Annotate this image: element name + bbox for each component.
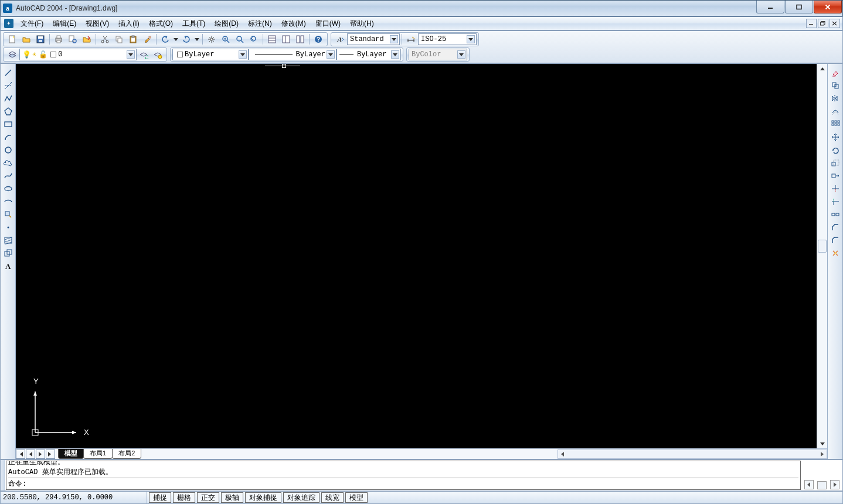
undo-icon[interactable]	[159, 33, 172, 45]
offset-icon[interactable]	[829, 105, 842, 117]
copy-icon[interactable]	[829, 80, 842, 91]
stretch-icon[interactable]	[829, 170, 842, 182]
arc-icon[interactable]	[2, 131, 15, 143]
scroll-up-icon[interactable]	[818, 64, 827, 73]
vertical-scrollbar[interactable]	[817, 64, 827, 448]
point-icon[interactable]	[2, 222, 15, 233]
layout-tab-1[interactable]: 布局1	[83, 449, 113, 459]
region-icon[interactable]	[2, 247, 15, 259]
line-icon[interactable]	[2, 67, 15, 79]
cmd-scroll-right-icon[interactable]	[830, 480, 839, 489]
color-select[interactable]: ByLayer	[172, 49, 249, 60]
rectangle-icon[interactable]	[2, 118, 15, 130]
mdi-close-button[interactable]	[830, 19, 840, 28]
status-toggle-线宽[interactable]: 线宽	[321, 492, 344, 503]
zoom-realtime-icon[interactable]	[219, 33, 232, 45]
ellipse-arc-icon[interactable]	[2, 196, 15, 207]
scroll-right-icon[interactable]	[817, 450, 827, 458]
ellipse-icon[interactable]	[2, 183, 15, 195]
close-button[interactable]	[814, 1, 842, 13]
text-style-icon[interactable]: A	[334, 33, 346, 45]
menu-视图v[interactable]: 视图(V)	[81, 17, 114, 30]
properties-icon[interactable]	[266, 33, 278, 45]
tab-last-icon[interactable]	[46, 449, 55, 459]
dim-style-icon[interactable]	[404, 33, 417, 45]
layer-states-icon[interactable]	[151, 49, 164, 60]
status-toggle-对象捕捉[interactable]: 对象捕捉	[245, 492, 281, 503]
tab-first-icon[interactable]	[16, 449, 25, 459]
linetype-select[interactable]: ByLayer	[249, 49, 336, 60]
xline-icon[interactable]	[2, 80, 15, 91]
mdi-restore-button[interactable]	[818, 19, 828, 28]
scroll-thumb[interactable]	[818, 240, 827, 253]
trim-icon[interactable]	[829, 183, 842, 195]
tab-prev-icon[interactable]	[26, 449, 35, 459]
horizontal-scrollbar[interactable]	[558, 449, 827, 459]
open-icon[interactable]	[20, 33, 33, 45]
redo-dropdown-icon[interactable]	[194, 33, 200, 45]
status-toggle-模型[interactable]: 模型	[345, 492, 368, 503]
publish-icon[interactable]	[80, 33, 93, 45]
cloud-icon[interactable]	[2, 157, 15, 169]
menu-文件f[interactable]: 文件(F)	[16, 17, 48, 30]
menu-格式o[interactable]: 格式(O)	[144, 17, 178, 30]
print-preview-icon[interactable]	[66, 33, 79, 45]
menu-窗口w[interactable]: 窗口(W)	[311, 17, 345, 30]
document-icon[interactable]: ✦	[4, 19, 13, 28]
lineweight-select[interactable]: ByLayer	[336, 49, 401, 60]
rotate-icon[interactable]	[829, 144, 842, 156]
minimize-button[interactable]	[756, 1, 784, 13]
text-icon[interactable]: A	[2, 260, 15, 272]
layer-select[interactable]: 💡 ☀ 🔓 0	[19, 49, 137, 60]
menu-修改m[interactable]: 修改(M)	[277, 17, 311, 30]
match-properties-icon[interactable]	[141, 33, 154, 45]
undo-dropdown-icon[interactable]	[173, 33, 179, 45]
pan-icon[interactable]	[205, 33, 218, 45]
command-window[interactable]: 正在重生成模型。 AutoCAD 菜单实用程序已加载。 命令:	[6, 461, 801, 490]
cmd-scroll-left-icon[interactable]	[804, 480, 814, 489]
paste-icon[interactable]	[127, 33, 140, 45]
scroll-down-icon[interactable]	[818, 439, 827, 448]
scroll-left-icon[interactable]	[558, 450, 567, 458]
menu-插入i[interactable]: 插入(I)	[114, 17, 144, 30]
tab-next-icon[interactable]	[36, 449, 45, 459]
cmd-scroll-thumb[interactable]	[817, 481, 827, 489]
circle-icon[interactable]	[2, 144, 15, 156]
menu-工具t[interactable]: 工具(T)	[178, 17, 210, 30]
layout-tab-0[interactable]: 模型	[58, 449, 84, 459]
scale-icon[interactable]	[829, 157, 842, 169]
array-icon[interactable]	[829, 118, 842, 130]
polygon-icon[interactable]	[2, 105, 15, 117]
fillet-icon[interactable]	[829, 234, 842, 246]
menu-绘图d[interactable]: 绘图(D)	[210, 17, 243, 30]
maximize-button[interactable]	[785, 1, 813, 13]
text-style-select[interactable]: Standard	[347, 33, 400, 45]
insert-block-icon[interactable]	[2, 209, 15, 220]
new-icon[interactable]	[6, 33, 19, 45]
mirror-icon[interactable]	[829, 93, 842, 104]
cut-icon[interactable]	[98, 33, 111, 45]
polyline-icon[interactable]	[2, 93, 15, 104]
copy-icon[interactable]	[113, 33, 125, 45]
layer-previous-icon[interactable]	[137, 49, 150, 60]
dim-style-select[interactable]: ISO-25	[418, 33, 477, 45]
status-toggle-对象追踪[interactable]: 对象追踪	[283, 492, 319, 503]
layer-manager-icon[interactable]	[6, 49, 19, 60]
eraser-icon[interactable]	[829, 67, 842, 79]
menu-帮助h[interactable]: 帮助(H)	[345, 17, 379, 30]
status-toggle-栅格[interactable]: 栅格	[173, 492, 195, 503]
command-prompt[interactable]: 命令:	[8, 478, 798, 489]
print-icon[interactable]	[52, 33, 65, 45]
menu-标注n[interactable]: 标注(N)	[243, 17, 277, 30]
break-icon[interactable]	[829, 209, 842, 220]
hatch-icon[interactable]	[2, 234, 15, 246]
command-grip[interactable]	[1, 460, 5, 491]
extend-icon[interactable]	[829, 196, 842, 207]
command-scrollbar[interactable]	[801, 460, 842, 491]
status-toggle-正交[interactable]: 正交	[197, 492, 219, 503]
status-toggle-极轴[interactable]: 极轴	[221, 492, 243, 503]
help-icon[interactable]: ?	[312, 33, 325, 45]
menu-编辑e[interactable]: 编辑(E)	[48, 17, 81, 30]
redo-icon[interactable]	[180, 33, 193, 45]
chamfer-icon[interactable]	[829, 222, 842, 233]
